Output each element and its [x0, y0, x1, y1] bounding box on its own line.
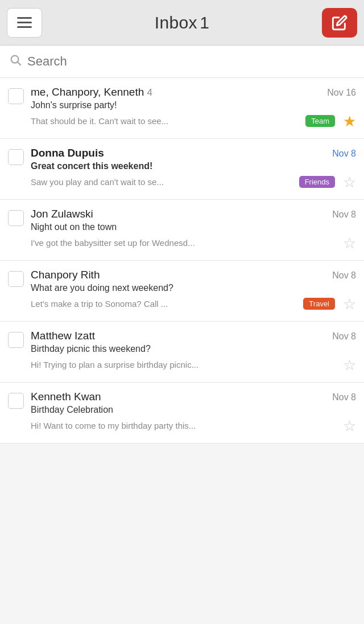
compose-icon [332, 15, 348, 31]
email-tag: Friends [299, 176, 335, 188]
email-content: Donna Dupuis Nov 8 Great concert this we… [31, 147, 356, 191]
preview-row: That should be it. Can't wait to see... … [31, 112, 356, 130]
email-checkbox[interactable] [8, 332, 24, 348]
email-header-row: Matthew Izatt Nov 8 [31, 330, 356, 342]
email-subject: Birthday picnic this weekend? [31, 344, 356, 354]
svg-line-1 [18, 62, 20, 65]
star-icon[interactable]: ★ [343, 113, 356, 130]
email-subject: Great concert this weekend! [31, 161, 356, 171]
email-date: Nov 8 [332, 149, 356, 159]
email-content: Chanpory Rith Nov 8 What are you doing n… [31, 269, 356, 313]
email-subject: Birthday Celebration [31, 405, 356, 415]
preview-row: I've got the babysitter set up for Wedne… [31, 233, 356, 252]
email-item[interactable]: Matthew Izatt Nov 8 Birthday picnic this… [0, 322, 364, 383]
preview-row: Hi! Trying to plan a surprise birthday p… [31, 355, 356, 374]
star-icon[interactable]: ☆ [343, 235, 356, 252]
email-item[interactable]: Chanpory Rith Nov 8 What are you doing n… [0, 261, 364, 322]
email-list: me, Chanpory, Kenneth 4 Nov 16 John's su… [0, 78, 364, 444]
search-input[interactable] [27, 54, 355, 69]
sender-name: Kenneth Kwan [31, 391, 101, 403]
email-checkbox[interactable] [8, 210, 24, 226]
header-title-group: Inbox 1 [155, 13, 209, 32]
email-preview: Hi! Want to come to my birthday party th… [31, 421, 335, 430]
inbox-count: 1 [200, 13, 209, 32]
star-icon[interactable]: ☆ [343, 174, 356, 191]
email-subject: Night out on the town [31, 222, 356, 232]
email-header-row: Chanpory Rith Nov 8 [31, 269, 356, 281]
header: Inbox 1 [0, 0, 364, 46]
email-header-row: me, Chanpory, Kenneth 4 Nov 16 [31, 86, 356, 98]
preview-row: Hi! Want to come to my birthday party th… [31, 416, 356, 435]
email-preview: Hi! Trying to plan a surprise birthday p… [31, 360, 335, 370]
sender-name: Jon Zulawski [31, 208, 93, 220]
email-item[interactable]: Kenneth Kwan Nov 8 Birthday Celebration … [0, 383, 364, 444]
email-item[interactable]: Jon Zulawski Nov 8 Night out on the town… [0, 200, 364, 261]
sender-name: me, Chanpory, Kenneth 4 [31, 86, 152, 98]
email-checkbox[interactable] [8, 271, 24, 287]
star-icon[interactable]: ☆ [343, 417, 356, 435]
email-date: Nov 8 [332, 331, 356, 342]
email-date: Nov 8 [332, 270, 356, 281]
email-header-row: Jon Zulawski Nov 8 [31, 208, 356, 220]
email-preview: Saw you play and can't wait to se... [31, 177, 295, 187]
preview-row: Let's make a trip to Sonoma? Call ... Tr… [31, 294, 356, 313]
email-preview: That should be it. Can't wait to see... [31, 116, 301, 126]
email-content: Matthew Izatt Nov 8 Birthday picnic this… [31, 330, 356, 374]
email-header-row: Donna Dupuis Nov 8 [31, 147, 356, 159]
sender-name: Chanpory Rith [31, 269, 100, 281]
inbox-title: Inbox [155, 13, 197, 32]
email-date: Nov 8 [332, 210, 356, 220]
hamburger-icon [17, 17, 32, 28]
search-icon [9, 54, 22, 69]
email-tag: Travel [303, 298, 335, 310]
email-item[interactable]: me, Chanpory, Kenneth 4 Nov 16 John's su… [0, 78, 364, 139]
email-date: Nov 16 [327, 88, 356, 98]
compose-button[interactable] [322, 8, 357, 38]
email-tag: Team [305, 115, 335, 127]
email-content: Kenneth Kwan Nov 8 Birthday Celebration … [31, 391, 356, 435]
email-subject: John's surprise party! [31, 100, 356, 110]
email-item[interactable]: Donna Dupuis Nov 8 Great concert this we… [0, 139, 364, 200]
email-checkbox[interactable] [8, 88, 24, 104]
star-icon[interactable]: ☆ [343, 356, 356, 374]
email-content: Jon Zulawski Nov 8 Night out on the town… [31, 208, 356, 252]
preview-row: Saw you play and can't wait to se... Fri… [31, 173, 356, 191]
email-preview: Let's make a trip to Sonoma? Call ... [31, 299, 299, 309]
star-icon[interactable]: ☆ [343, 295, 356, 313]
menu-button[interactable] [7, 8, 42, 38]
email-date: Nov 8 [332, 392, 356, 403]
email-preview: I've got the babysitter set up for Wedne… [31, 238, 335, 248]
email-checkbox[interactable] [8, 149, 24, 165]
sender-name: Donna Dupuis [31, 147, 104, 159]
email-subject: What are you doing next weekend? [31, 283, 356, 293]
sender-name: Matthew Izatt [31, 330, 95, 342]
search-bar [0, 46, 364, 78]
email-header-row: Kenneth Kwan Nov 8 [31, 391, 356, 403]
email-content: me, Chanpory, Kenneth 4 Nov 16 John's su… [31, 86, 356, 130]
email-checkbox[interactable] [8, 393, 24, 409]
